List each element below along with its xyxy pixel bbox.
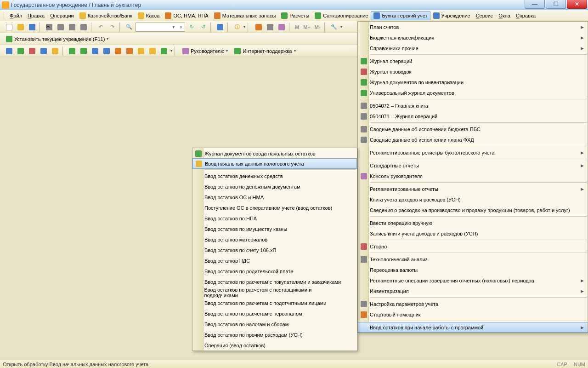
menu-item[interactable]: Сведения о расходах на производство и пр…	[358, 205, 588, 215]
menu-item[interactable]: Сторно	[358, 241, 588, 252]
menu-файл[interactable]: Файл	[7, 12, 25, 20]
menu-item[interactable]: Универсальный журнал документов	[358, 87, 588, 98]
tb3-2[interactable]	[16, 46, 26, 56]
menu-item[interactable]: Ввод остатков при начале работы с програ…	[358, 322, 588, 333]
menu-item[interactable]: Консоль руководителя	[358, 171, 588, 181]
tb3-10[interactable]	[113, 46, 123, 56]
menu-item[interactable]: Книга учета доходов и расходов (УСН)	[358, 194, 588, 205]
menu-item[interactable]: Стандартные отчеты▶	[358, 160, 588, 171]
leader-button[interactable]: Руководителю ▾	[181, 48, 230, 54]
help-button[interactable]: ⓘ	[232, 22, 242, 32]
menu-item[interactable]: Ввести операцию вручную	[358, 218, 588, 228]
cut-button[interactable]: ✂	[44, 22, 54, 32]
menu-item[interactable]: 0504072 – Главная книга	[358, 100, 588, 111]
user-button[interactable]	[277, 22, 287, 32]
submenu-item[interactable]: Ввод остатков по расчетам с персоналом	[192, 308, 357, 319]
menu-item[interactable]: Регламентированные регистры бухгалтерско…	[358, 147, 588, 158]
tb3-6[interactable]	[67, 46, 77, 56]
windows-button[interactable]	[215, 22, 225, 32]
internet-support-button[interactable]: Интернет-поддержка ▾	[232, 48, 297, 54]
find-button[interactable]: 🔍	[124, 22, 134, 32]
submenu-item[interactable]: Ввод остатков материалов	[192, 234, 357, 245]
menu-справка[interactable]: Справка	[513, 12, 538, 20]
tb3-12[interactable]	[136, 46, 146, 56]
submenu-item[interactable]: Ввод остатков по имуществу казны	[192, 224, 357, 234]
menu-item[interactable]: Справочники прочие▶	[358, 43, 588, 53]
menu-item[interactable]: Журнал документов по инвентаризации	[358, 77, 588, 87]
menu-расчеты[interactable]: Расчеты	[278, 11, 312, 20]
menu-item[interactable]: Запись книги учета доходов и расходов (У…	[358, 228, 588, 239]
submenu-item[interactable]: Операция (ввод остатков)	[192, 340, 357, 351]
menu-санкционирование[interactable]: Санкционирование	[312, 11, 371, 20]
tb3-11[interactable]	[124, 46, 135, 56]
tb3-4[interactable]	[39, 46, 49, 56]
submenu-item[interactable]: Ввод остатков по счету 106.хП	[192, 245, 357, 255]
tb3-1[interactable]	[4, 46, 14, 56]
config-button[interactable]: 🔧	[329, 22, 339, 32]
submenu-item[interactable]: Ввод остатков по прочим расходам (УСН)	[192, 329, 357, 340]
submenu-item[interactable]: Журнал документов ввода начальных остатк…	[192, 148, 357, 159]
paste-button[interactable]	[67, 22, 77, 32]
submenu-item[interactable]: Ввод остатков по расчетам с подотчетными…	[192, 298, 357, 308]
menu-item[interactable]: Настройка параметров учета	[358, 299, 588, 309]
menu-item[interactable]: План счетов▶	[358, 22, 588, 32]
menu-сервис[interactable]: Сервис	[473, 12, 496, 20]
tb3-5[interactable]	[50, 46, 60, 56]
menu-окна[interactable]: Окна	[496, 12, 513, 20]
refresh2-button[interactable]: ↺	[198, 22, 208, 32]
submenu-item[interactable]: Ввод остатков по денежным документам	[192, 181, 357, 192]
menu-казначейство-банк[interactable]: Казначейство/Банк	[77, 11, 135, 20]
menu-касса[interactable]: Касса	[135, 11, 163, 20]
tb3-13[interactable]	[147, 46, 158, 56]
paste2-button[interactable]	[79, 22, 89, 32]
close-button[interactable]: ✕	[567, 0, 587, 9]
tb3-7[interactable]	[79, 46, 89, 56]
submenu-item[interactable]: Ввод остатков по расчетам с поставщиками…	[192, 287, 357, 298]
open-button[interactable]	[16, 22, 26, 32]
menu-item[interactable]: Инвентаризация▶	[358, 286, 588, 296]
submenu-item[interactable]: Ввод остатков по налогам и сборам	[192, 319, 357, 329]
mplus-button[interactable]: M+	[302, 24, 312, 30]
menu-item[interactable]: Регламентные операции завершения отчетны…	[358, 275, 588, 286]
submenu-item[interactable]: Ввод начальных данных налогового учета	[192, 158, 357, 169]
tb3-14[interactable]	[159, 46, 169, 56]
menu-item[interactable]: 0504071 – Журнал операций	[358, 111, 588, 121]
menu-правка[interactable]: Правка	[25, 12, 47, 20]
m-button[interactable]: M	[294, 24, 300, 30]
submenu-item[interactable]: Ввод остатков по НПА	[192, 213, 357, 224]
tb3-9[interactable]	[102, 46, 112, 56]
submenu-item[interactable]: Поступление ОС в оперативном учете (ввод…	[192, 202, 357, 213]
copy-button[interactable]	[56, 22, 66, 32]
redo-button[interactable]: ↷	[107, 22, 117, 32]
maximize-button[interactable]: ❐	[546, 0, 566, 9]
undo-button[interactable]: ↶	[96, 22, 106, 32]
submenu-item[interactable]: Ввод остатков ОС и НМА	[192, 192, 357, 202]
minimize-button[interactable]: —	[525, 0, 545, 9]
submenu-item[interactable]: Ввод остатков НДС	[192, 255, 357, 266]
menu-item[interactable]: Переоценка валюты	[358, 264, 588, 275]
tb3-8[interactable]	[90, 46, 100, 56]
tb3-3[interactable]	[27, 46, 37, 56]
calendar-button[interactable]	[265, 22, 275, 32]
mminus-button[interactable]: M-	[313, 24, 322, 30]
menu-учреждение[interactable]: Учреждение	[430, 11, 473, 20]
menu-бухгалтерский-учет[interactable]: Бухгалтерский учет	[371, 11, 430, 20]
search-input[interactable]: ▾×	[136, 23, 185, 32]
menu-item[interactable]: Сводные данные об исполнении бюджета ПБС	[358, 124, 588, 134]
menu-item[interactable]: Технологический анализ	[358, 254, 588, 264]
submenu-item[interactable]: Ввод остатков денежных средств	[192, 171, 357, 181]
menu-item[interactable]: Журнал операций	[358, 56, 588, 66]
submenu-item[interactable]: Ввод остатков по родительской плате	[192, 266, 357, 276]
menu-материальные-запасы[interactable]: Материальные запасы	[211, 11, 279, 20]
menu-item[interactable]: Журнал проводок	[358, 66, 588, 77]
submenu-item[interactable]: Ввод остатков по расчетам с покупателями…	[192, 276, 357, 287]
refresh-button[interactable]: ↻	[187, 22, 197, 32]
menu-item[interactable]: Сводные данные об исполнении плана ФХД	[358, 134, 588, 145]
menu-операции[interactable]: Операции	[47, 12, 76, 20]
new-doc-button[interactable]	[4, 22, 14, 32]
set-institution-button[interactable]: Установить текущее учреждение (F11) ▾	[4, 36, 110, 42]
menu-ос-нма-нпа[interactable]: ОС, НМА, НПА	[162, 11, 211, 20]
menu-item[interactable]: Стартовый помощник	[358, 309, 588, 320]
menu-item[interactable]: Регламентированные отчеты▶	[358, 184, 588, 194]
calc-button[interactable]	[254, 22, 264, 32]
